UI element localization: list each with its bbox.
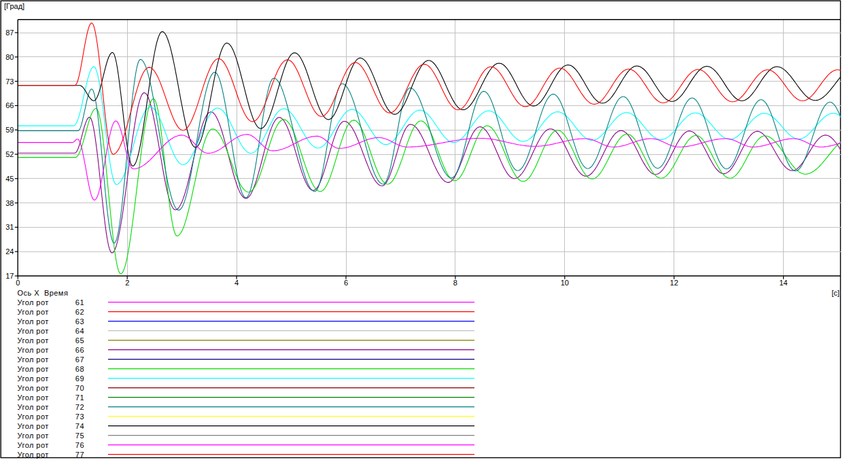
svg-text:Угол рот: Угол рот bbox=[18, 336, 49, 345]
svg-text:75: 75 bbox=[75, 432, 84, 440]
svg-text:52: 52 bbox=[5, 150, 14, 158]
svg-text:6: 6 bbox=[344, 279, 348, 287]
svg-text:0: 0 bbox=[16, 279, 20, 287]
svg-text:Ось X Время: Ось X Время bbox=[18, 289, 69, 297]
svg-text:70: 70 bbox=[75, 384, 84, 392]
svg-text:Угол рот: Угол рот bbox=[18, 451, 49, 459]
svg-text:8: 8 bbox=[453, 279, 457, 287]
svg-text:61: 61 bbox=[75, 298, 84, 306]
svg-text:17: 17 bbox=[5, 272, 14, 280]
svg-text:77: 77 bbox=[75, 451, 84, 459]
svg-text:[c]: [c] bbox=[831, 289, 839, 297]
svg-text:66: 66 bbox=[5, 101, 14, 109]
svg-text:Угол рот: Угол рот bbox=[18, 374, 49, 383]
svg-text:38: 38 bbox=[5, 199, 14, 207]
svg-text:59: 59 bbox=[5, 126, 14, 134]
svg-text:Угол рот: Угол рот bbox=[18, 365, 49, 373]
svg-text:Угол рот: Угол рот bbox=[18, 413, 49, 421]
svg-text:71: 71 bbox=[75, 393, 84, 402]
svg-text:65: 65 bbox=[75, 336, 84, 345]
svg-text:Угол рот: Угол рот bbox=[18, 317, 49, 326]
svg-text:87: 87 bbox=[5, 29, 14, 37]
svg-text:Угол рот: Угол рот bbox=[18, 403, 49, 411]
svg-text:[Град]: [Град] bbox=[4, 2, 24, 10]
svg-text:Угол рот: Угол рот bbox=[18, 432, 49, 440]
svg-text:Угол рот: Угол рот bbox=[18, 346, 49, 354]
svg-text:14: 14 bbox=[779, 279, 787, 287]
svg-text:Угол рот: Угол рот bbox=[18, 393, 49, 402]
svg-text:80: 80 bbox=[5, 53, 14, 61]
svg-text:Угол рот: Угол рот bbox=[18, 422, 49, 430]
svg-text:74: 74 bbox=[75, 422, 84, 430]
svg-text:24: 24 bbox=[5, 247, 14, 256]
svg-text:76: 76 bbox=[75, 441, 84, 449]
svg-text:2: 2 bbox=[125, 279, 129, 287]
svg-text:Угол рот: Угол рот bbox=[18, 355, 49, 364]
svg-text:67: 67 bbox=[75, 355, 84, 364]
svg-text:Угол рот: Угол рот bbox=[18, 384, 49, 392]
svg-text:64: 64 bbox=[75, 327, 84, 335]
svg-text:Угол рот: Угол рот bbox=[18, 441, 49, 449]
svg-text:62: 62 bbox=[75, 308, 84, 316]
svg-text:72: 72 bbox=[75, 403, 84, 411]
svg-text:Угол рот: Угол рот bbox=[18, 308, 49, 316]
svg-text:Угол рот: Угол рот bbox=[18, 298, 49, 306]
svg-text:45: 45 bbox=[5, 175, 14, 183]
svg-text:66: 66 bbox=[75, 346, 84, 354]
svg-text:73: 73 bbox=[5, 77, 14, 86]
svg-text:73: 73 bbox=[75, 413, 84, 421]
svg-text:Угол рот: Угол рот bbox=[18, 327, 49, 335]
svg-text:68: 68 bbox=[75, 365, 84, 373]
svg-text:63: 63 bbox=[75, 317, 84, 326]
svg-text:12: 12 bbox=[670, 279, 678, 287]
svg-text:31: 31 bbox=[5, 223, 14, 231]
svg-text:10: 10 bbox=[561, 279, 569, 287]
svg-text:69: 69 bbox=[75, 374, 84, 383]
svg-text:4: 4 bbox=[235, 279, 239, 287]
